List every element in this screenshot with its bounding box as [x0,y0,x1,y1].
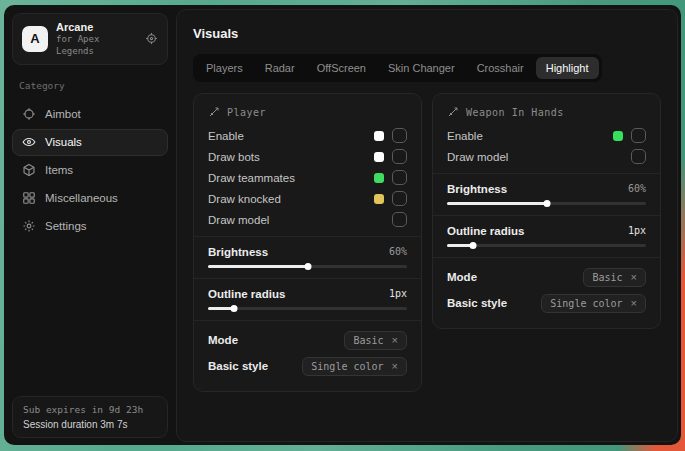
tab-skin-changer[interactable]: Skin Changer [378,57,465,79]
tab-bar: Players Radar OffScreen Skin Changer Cro… [193,54,602,82]
basic-style-tag[interactable]: Single color × [541,294,646,313]
slider-thumb[interactable] [469,242,476,249]
panel-title: Player [227,107,266,118]
sidebar-item-label: Settings [45,220,87,232]
tab-offscreen[interactable]: OffScreen [307,57,376,79]
tab-radar[interactable]: Radar [255,57,305,79]
close-icon[interactable]: × [392,361,398,372]
sidebar-item-aimbot[interactable]: Aimbot [12,101,168,128]
app-subtitle: for Apex Legends [56,34,137,57]
draw-knocked-color-swatch[interactable] [374,194,384,204]
enable-checkbox[interactable] [392,128,407,143]
draw-model-checkbox[interactable] [631,149,646,164]
sidebar-item-miscellaneous[interactable]: Miscellaneous [12,185,168,212]
app-window: A Arcane for Apex Legends Category Aimbo… [4,5,681,445]
enable-checkbox[interactable] [631,128,646,143]
eye-icon [22,135,36,149]
crosshair-icon [22,107,36,121]
row-basic-style: Basic style Single color × [447,290,646,316]
sidebar-item-items[interactable]: Items [12,157,168,184]
divider [194,236,421,237]
app-logo: A [22,26,48,52]
app-header-card: A Arcane for Apex Legends [12,13,168,65]
brightness-value: 60% [628,183,646,194]
slider-thumb[interactable] [543,200,550,207]
slider-thumb[interactable] [230,305,237,312]
row-draw-teammates: Draw teammates [208,167,407,188]
sidebar-item-label: Miscellaneous [45,192,118,204]
row-mode: Mode Basic × [208,327,407,353]
subscription-info-card: Sub expires in 9d 23h Session duration 3… [12,396,168,438]
player-panel: Player Enable Draw bots [193,93,422,392]
row-basic-style: Basic style Single color × [208,353,407,379]
outline-radius-slider[interactable] [208,304,407,314]
draw-teammates-color-swatch[interactable] [374,173,384,183]
divider [433,173,660,174]
mode-tag[interactable]: Basic × [583,268,646,287]
sword-icon [208,106,220,118]
panel-title: Weapon In Hands [466,107,564,118]
close-icon[interactable]: × [631,298,637,309]
app-name: Arcane [56,20,137,34]
slider-thumb[interactable] [304,263,311,270]
draw-teammates-checkbox[interactable] [392,170,407,185]
row-enable: Enable [447,125,646,146]
close-icon[interactable]: × [631,272,637,283]
divider [194,320,421,321]
row-draw-bots: Draw bots [208,146,407,167]
enable-color-swatch[interactable] [613,131,623,141]
draw-model-checkbox[interactable] [392,212,407,227]
sidebar-item-label: Aimbot [45,108,81,120]
main-content: Visuals Players Radar OffScreen Skin Cha… [176,9,678,442]
brightness-value: 60% [389,246,407,257]
tab-crosshair[interactable]: Crosshair [467,57,534,79]
row-mode: Mode Basic × [447,264,646,290]
draw-bots-checkbox[interactable] [392,149,407,164]
grid-icon [22,191,36,205]
sidebar-item-label: Items [45,164,73,176]
draw-knocked-checkbox[interactable] [392,191,407,206]
brightness-slider[interactable] [447,199,646,209]
target-icon[interactable] [145,32,158,45]
tab-highlight[interactable]: Highlight [536,57,599,79]
session-duration-text: Session duration 3m 7s [23,419,157,430]
row-enable: Enable [208,125,407,146]
cube-icon [22,163,36,177]
page-title: Visuals [193,26,661,41]
draw-bots-color-swatch[interactable] [374,152,384,162]
divider [433,257,660,258]
tab-players[interactable]: Players [196,57,253,79]
row-draw-model: Draw model [208,209,407,230]
close-icon[interactable]: × [392,335,398,346]
basic-style-tag[interactable]: Single color × [302,357,407,376]
gear-icon [22,219,36,233]
sub-expires-text: Sub expires in 9d 23h [23,404,157,415]
brightness-slider[interactable] [208,262,407,272]
sidebar: A Arcane for Apex Legends Category Aimbo… [4,5,176,445]
row-draw-model: Draw model [447,146,646,167]
outline-radius-value: 1px [628,225,646,236]
divider [433,215,660,216]
sword-icon [447,106,459,118]
category-label: Category [19,80,161,91]
enable-color-swatch[interactable] [374,131,384,141]
mode-tag[interactable]: Basic × [344,331,407,350]
sidebar-item-visuals[interactable]: Visuals [12,129,168,156]
row-draw-knocked: Draw knocked [208,188,407,209]
outline-radius-slider[interactable] [447,241,646,251]
outline-radius-value: 1px [389,288,407,299]
weapon-panel: Weapon In Hands Enable Draw model [432,93,661,329]
sidebar-item-label: Visuals [45,136,82,148]
divider [194,278,421,279]
sidebar-item-settings[interactable]: Settings [12,213,168,240]
